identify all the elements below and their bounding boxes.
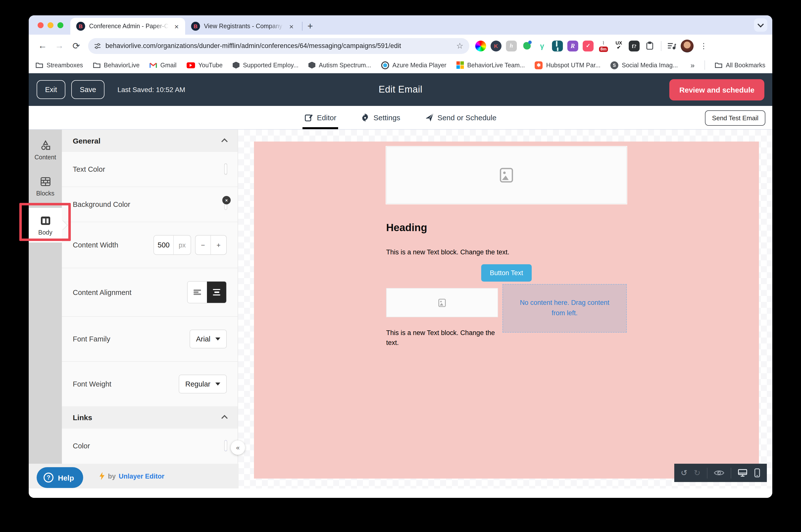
8m-timer-extension-icon[interactable]: ⌇8m [598, 40, 609, 51]
content-width-input[interactable] [154, 235, 174, 254]
email-button[interactable]: Button Text [481, 264, 532, 282]
review-and-schedule-button[interactable]: Review and schedule [670, 79, 764, 100]
minimize-window-button[interactable] [48, 22, 54, 28]
email-left-column: This is a new Text block. Change the tex… [386, 288, 498, 347]
k-extension-icon[interactable]: K [490, 40, 502, 51]
close-window-button[interactable] [38, 22, 43, 28]
close-tab-icon[interactable]: × [287, 22, 295, 31]
text-color-swatch[interactable] [225, 164, 227, 174]
shapes-icon [39, 139, 51, 151]
url-text[interactable]: behaviorlive.com/organizations/dunder-mi… [106, 42, 452, 50]
unlayer-editor-link[interactable]: Unlayer Editor [119, 472, 165, 480]
gear-icon [361, 113, 370, 122]
editor-subnav: Editor Settings Send or Schedule Send Te… [29, 106, 772, 130]
design-canvas-area: Heading This is a new Text block. Change… [238, 130, 772, 489]
tab-editor[interactable]: Editor [304, 106, 336, 129]
section-links[interactable]: Links [62, 406, 238, 429]
editor-main: Content Blocks Body General [29, 130, 772, 489]
desktop-view-icon[interactable] [738, 469, 747, 477]
font-weight-select[interactable]: Regular [179, 375, 227, 394]
preview-eye-icon[interactable] [714, 469, 724, 477]
send-test-email-button[interactable]: Send Test Email [705, 110, 765, 126]
bookmarks-overflow-chevron[interactable]: » [691, 61, 695, 69]
align-center-button[interactable] [207, 282, 226, 303]
ux-check-extension-icon[interactable]: UX✔ [613, 40, 624, 51]
bars-extension-icon[interactable] [552, 40, 563, 51]
color-picker-extension-icon[interactable] [475, 40, 486, 51]
mint-extension-icon[interactable]: γ [537, 40, 547, 51]
empty-drop-zone[interactable]: No content here. Drag content from left. [502, 284, 627, 332]
address-bar[interactable]: behaviorlive.com/organizations/dunder-mi… [88, 38, 469, 54]
email-text-block-2[interactable]: This is a new Text block. Change the tex… [386, 328, 498, 347]
extensions-puzzle-icon[interactable] [644, 40, 655, 51]
azure-player-icon [381, 61, 389, 69]
save-button[interactable]: Save [71, 80, 105, 99]
bookmark-folder-streamboxes[interactable]: Streamboxes [36, 62, 83, 69]
r-extension-icon[interactable]: R [567, 40, 578, 51]
evernote-extension-icon[interactable] [521, 40, 532, 51]
bookmark-social-media-images[interactable]: S Social Media Imag... [610, 61, 678, 69]
exit-button[interactable]: Exit [37, 80, 66, 99]
mobile-view-icon[interactable] [754, 468, 760, 478]
tab-search-button[interactable] [754, 18, 767, 32]
sidebar-item-body[interactable]: Body [29, 208, 62, 243]
forward-button[interactable]: → [53, 41, 66, 51]
row-content-width: Content Width px − + [62, 222, 238, 268]
back-button[interactable]: ← [36, 41, 50, 51]
extensions-row: K h γ R ✓ ⌇8m UX✔ f? ⋮ [475, 39, 709, 52]
bookmarks-separator [705, 60, 705, 70]
undo-button[interactable]: ↺ [681, 469, 687, 477]
link-color-swatch[interactable] [225, 440, 227, 451]
decrease-width-button[interactable]: − [195, 235, 211, 254]
email-text-block[interactable]: This is a new Text block. Change the tex… [386, 248, 627, 256]
reading-list-icon[interactable] [667, 42, 676, 49]
tab-send-or-schedule[interactable]: Send or Schedule [425, 106, 497, 129]
email-heading[interactable]: Heading [386, 222, 627, 233]
bookmark-autism-spectrum[interactable]: Autism Spectrum... [309, 62, 371, 69]
font-finder-extension-icon[interactable]: f? [629, 40, 639, 51]
clear-color-icon[interactable]: × [222, 196, 231, 204]
bookmark-behaviorlive-team[interactable]: BehaviorLive Team... [456, 61, 525, 69]
sidebar-rail: Content Blocks Body [29, 130, 62, 489]
bookmark-hubspot-utm[interactable]: ✱ Hubspot UTM Par... [535, 61, 600, 69]
increase-width-button[interactable]: + [211, 235, 226, 254]
tab-settings[interactable]: Settings [361, 106, 400, 129]
tab-view-registrants[interactable]: B View Registrants - Company × [185, 18, 300, 35]
youtube-icon [186, 62, 195, 68]
bookmark-folder-behaviorlive[interactable]: BehaviorLive [93, 62, 139, 69]
sidebar-item-content[interactable]: Content [29, 136, 62, 165]
image-icon [498, 166, 515, 184]
checklist-extension-icon[interactable]: ✓ [583, 40, 594, 51]
bookmark-supported-employment[interactable]: Supported Employ... [232, 62, 299, 69]
bookmark-star-icon[interactable]: ☆ [456, 41, 463, 51]
bookmark-azure-media-player[interactable]: Azure Media Player [381, 61, 446, 69]
chevron-up-icon[interactable] [221, 138, 227, 145]
help-button[interactable]: ? Help [37, 467, 83, 488]
sidebar-item-blocks[interactable]: Blocks [29, 172, 62, 201]
bookmark-gmail[interactable]: Gmail [149, 62, 176, 69]
all-bookmarks[interactable]: All Bookmarks [715, 62, 765, 69]
browser-menu-icon[interactable]: ⋮ [698, 41, 709, 50]
bookmark-youtube[interactable]: YouTube [186, 62, 223, 69]
collapse-panel-button[interactable]: « [231, 440, 245, 455]
section-general[interactable]: General [62, 130, 238, 152]
tab-conference-admin[interactable]: B Conference Admin - Paper-C × [70, 18, 185, 35]
image-placeholder-block-small[interactable] [386, 288, 498, 317]
align-left-button[interactable] [188, 282, 207, 303]
chevron-up-icon[interactable] [221, 415, 227, 421]
editor-header: Exit Save Last Saved: 10:52 AM Edit Emai… [29, 73, 772, 106]
redo-button[interactable]: ↻ [694, 469, 701, 477]
panel-footer: ? Help by Unlayer Editor [29, 464, 239, 489]
image-placeholder-block[interactable] [386, 147, 627, 204]
new-tab-button[interactable]: + [304, 21, 318, 35]
profile-avatar[interactable] [681, 39, 693, 52]
maximize-window-button[interactable] [57, 22, 63, 28]
site-settings-icon[interactable] [94, 42, 101, 49]
close-tab-icon[interactable]: × [173, 22, 180, 31]
h-extension-icon[interactable]: h [506, 40, 517, 51]
behaviorlive-favicon: B [76, 22, 85, 31]
email-body[interactable]: Heading This is a new Text block. Change… [254, 141, 759, 478]
macos-window-controls[interactable] [29, 15, 70, 35]
reload-button[interactable]: ⟳ [69, 40, 83, 51]
font-family-select[interactable]: Arial [190, 329, 227, 348]
